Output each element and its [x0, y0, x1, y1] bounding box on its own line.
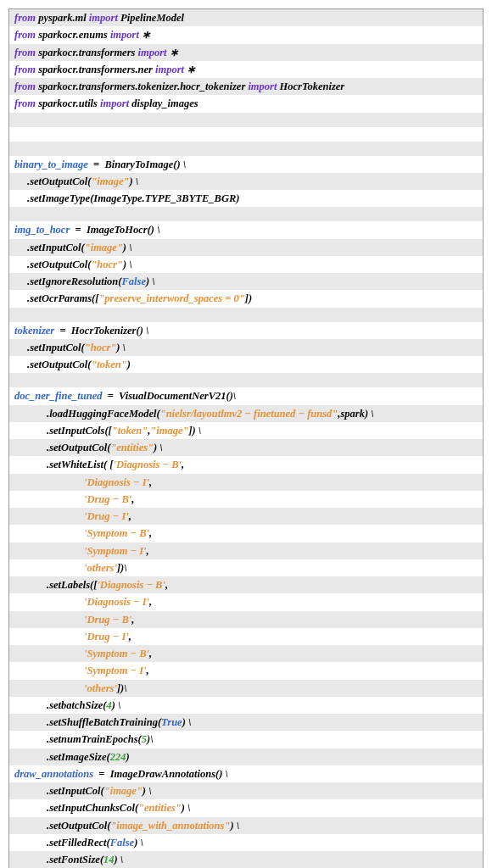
code-line: [9, 142, 483, 156]
code-line: .setnumTrainEpochs(5)\: [9, 731, 483, 748]
code-line: [9, 207, 483, 221]
code-line: [9, 308, 483, 322]
code-line: 'others'])\: [9, 680, 483, 697]
code-line: .loadHuggingFaceModel("nielsr/layoutlmv2…: [9, 405, 483, 422]
code-line: 'Symptom − B',: [9, 645, 483, 662]
code-line: 'Diagnosis − I',: [9, 593, 483, 610]
code-line: 'Symptom − B',: [9, 525, 483, 542]
code-line: 'Drug − B',: [9, 491, 483, 508]
code-line: 'others'])\: [9, 559, 483, 576]
code-line: 'Drug − B',: [9, 611, 483, 628]
code-line: .setOutputCol("token"): [9, 356, 483, 373]
code-line: .setInputCol("image") \: [9, 782, 483, 799]
code-line: 'Drug − I',: [9, 628, 483, 645]
code-line: .setIgnoreResolution(False) \: [9, 273, 483, 290]
code-line: .setInputCol("hocr") \: [9, 339, 483, 356]
code-line: .setFontSize(14) \: [9, 851, 483, 868]
code-line: .setInputCol("image") \: [9, 239, 483, 256]
code-line: 'Diagnosis − I',: [9, 474, 483, 491]
code-line: from sparkocr.transformers import ∗: [9, 44, 483, 61]
code-line: .setFilledRect(False) \: [9, 834, 483, 851]
code-line: .setbatchSize(4) \: [9, 697, 483, 714]
code-line: .setWhiteList( ['Diagnosis − B',: [9, 456, 483, 473]
code-line: from sparkocr.transformers.tokenizer.hoc…: [9, 78, 483, 95]
code-line: tokenizer = HocrTokenizer() \: [9, 322, 483, 339]
code-line: [9, 373, 483, 387]
code-line: .setLabels(['Diagnosis − B',: [9, 576, 483, 593]
code-line: [9, 113, 483, 127]
code-line: [9, 127, 483, 142]
code-line: from pyspark.ml import PipelineModel: [9, 9, 483, 26]
code-line: 'Symptom − I',: [9, 662, 483, 679]
code-line: doc_ner_fine_tuned = VisualDocumentNerV2…: [9, 387, 483, 404]
code-line: .setOcrParams(["preserve_interword_space…: [9, 290, 483, 307]
code-line: from sparkocr.enums import ∗: [9, 26, 483, 43]
code-line: .setImageSize(224): [9, 748, 483, 765]
code-line: binary_to_image = BinaryToImage() \: [9, 156, 483, 173]
code-block: from pyspark.ml import PipelineModel fro…: [8, 8, 484, 868]
code-line: .setInputCols(["token","image"]) \: [9, 422, 483, 439]
code-line: .setOutputCol("hocr") \: [9, 256, 483, 273]
code-line: draw_annotations = ImageDrawAnnotations(…: [9, 765, 483, 782]
code-line: from sparkocr.utils import display_image…: [9, 95, 483, 112]
code-line: .setOutputCol("image_with_annotations") …: [9, 817, 483, 834]
code-line: 'Drug − I',: [9, 508, 483, 525]
code-line: .setOutputCol("image") \: [9, 173, 483, 190]
code-line: from sparkocr.transformers.ner import ∗: [9, 61, 483, 78]
code-line: .setShuffleBatchTraining(True) \: [9, 714, 483, 731]
code-line: .setInputChunksCol("entities") \: [9, 799, 483, 816]
code-line: .setOutputCol("entities") \: [9, 439, 483, 456]
code-line: 'Symptom − I',: [9, 542, 483, 559]
code-line: .setImageType(ImageType.TYPE_3BYTE_BGR): [9, 190, 483, 207]
code-line: img_to_hocr = ImageToHocr() \: [9, 221, 483, 238]
